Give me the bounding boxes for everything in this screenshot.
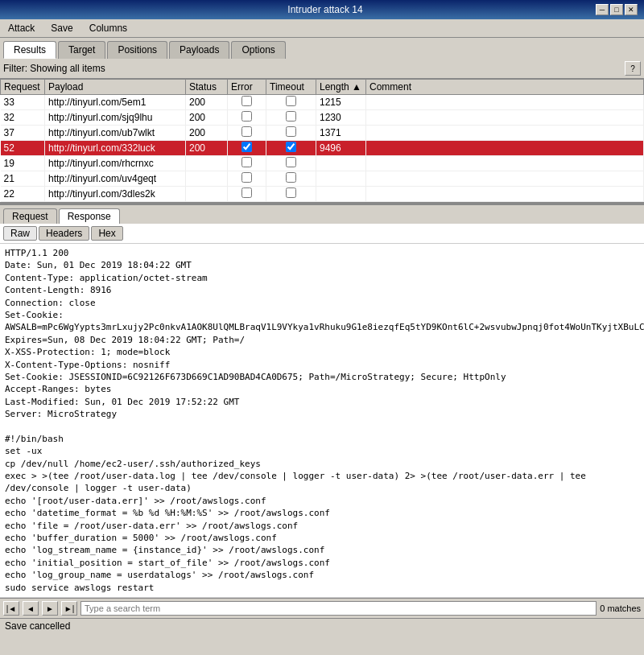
close-button[interactable]: ✕ (625, 4, 638, 15)
title-bar: Intruder attack 14 ─ □ ✕ (0, 0, 644, 19)
response-content: HTTP/1.1 200Date: Sun, 01 Dec 2019 18:04… (0, 244, 644, 598)
response-line: cp /dev/null /home/ec2-user/.ssh/authori… (5, 458, 639, 470)
sub-tab-raw[interactable]: Raw (3, 226, 37, 241)
cell-timeout (266, 110, 316, 126)
req-resp-tab-bar: RequestResponse (0, 204, 644, 224)
table-row[interactable]: 22http://tinyurl.com/3dles2k (1, 187, 644, 202)
results-table: Request Payload Status Error Timeout Len… (0, 79, 644, 204)
table-row[interactable]: 66http://tinyurl.com/wllmqza (1, 202, 644, 204)
cell-payload: http://tinyurl.com/sjq9lhu (45, 110, 186, 126)
cell-status: 200 (186, 95, 228, 110)
table-header-row: Request Payload Status Error Timeout Len… (1, 80, 644, 95)
response-line: Accept-Ranges: bytes (5, 383, 639, 395)
cell-comment (366, 156, 644, 171)
table-body: 33http://tinyurl.com/5em1200121532http:/… (1, 95, 644, 204)
response-line: X-XSS-Protection: 1; mode=block (5, 346, 639, 358)
req-resp-tab-response[interactable]: Response (59, 208, 120, 224)
response-line: echo 'buffer_duration = 5000' >> /root/a… (5, 532, 639, 544)
menu-item-columns[interactable]: Columns (85, 21, 132, 35)
cell-request-id: 33 (1, 95, 45, 110)
table-row[interactable]: 21http://tinyurl.com/uv4geqt (1, 171, 644, 187)
col-header-payload[interactable]: Payload (45, 80, 186, 95)
tab-options[interactable]: Options (231, 41, 285, 59)
menu-item-save[interactable]: Save (46, 21, 77, 35)
table-row[interactable]: 37http://tinyurl.com/ub7wlkt2001371 (1, 126, 644, 141)
search-bar: |◄ ◄ ► ►| 0 matches (0, 598, 644, 618)
minimize-button[interactable]: ─ (596, 4, 609, 15)
cell-timeout (266, 126, 316, 141)
cell-comment (366, 187, 644, 202)
cell-payload: http://tinyurl.com/ub7wlkt (45, 126, 186, 141)
table-row[interactable]: 33http://tinyurl.com/5em12001215 (1, 95, 644, 110)
response-line: echo 'file = /root/user-data.err' >> /ro… (5, 520, 639, 532)
cell-length: 9496 (316, 141, 366, 156)
cell-comment (366, 126, 644, 141)
tab-results[interactable]: Results (3, 41, 56, 59)
response-line: Connection: close (5, 297, 639, 309)
search-next-button[interactable]: ► (42, 601, 58, 616)
col-header-status[interactable]: Status (186, 80, 228, 95)
cell-payload: http://tinyurl.com/3dles2k (45, 187, 186, 202)
cell-request-id: 66 (1, 202, 45, 204)
response-line: Set-Cookie: JSESSIONID=6C92126F673D669C1… (5, 371, 639, 383)
table-row[interactable]: 32http://tinyurl.com/sjq9lhu2001230 (1, 110, 644, 126)
response-line: AWSALB=mPc6WgYypts3mrLxujy2Pc0nkvA1AOK8U… (5, 321, 639, 346)
tab-target[interactable]: Target (58, 41, 105, 59)
search-input[interactable] (80, 601, 597, 616)
cell-status (186, 187, 228, 202)
cell-error (228, 126, 266, 141)
response-line: set -ux (5, 445, 639, 457)
search-last-button[interactable]: ►| (61, 601, 77, 616)
response-line: echo 'datetime_format = %b %d %H:%M:%S' … (5, 507, 639, 519)
cell-payload: http://tinyurl.com/wllmqza (45, 202, 186, 204)
menu-item-attack[interactable]: Attack (3, 21, 39, 35)
cell-length: 1215 (316, 95, 366, 110)
filter-help-button[interactable]: ? (625, 61, 641, 76)
sub-tab-headers[interactable]: Headers (39, 226, 89, 241)
col-header-error[interactable]: Error (228, 80, 266, 95)
sub-tab-hex[interactable]: Hex (91, 226, 122, 241)
cell-error (228, 171, 266, 187)
col-header-length[interactable]: Length ▲ (316, 80, 366, 95)
cell-comment (366, 95, 644, 110)
cell-payload: http://tinyurl.com/5em1 (45, 95, 186, 110)
results-table-container: Request Payload Status Error Timeout Len… (0, 79, 644, 204)
req-resp-tab-request[interactable]: Request (3, 208, 57, 224)
cell-timeout (266, 141, 316, 156)
cell-status: 200 (186, 126, 228, 141)
response-line: Date: Sun, 01 Dec 2019 18:04:22 GMT (5, 259, 639, 271)
tab-payloads[interactable]: Payloads (169, 41, 229, 59)
col-header-request[interactable]: Request (1, 80, 45, 95)
cell-error (228, 202, 266, 204)
search-prev-button[interactable]: ◄ (23, 601, 39, 616)
col-header-timeout[interactable]: Timeout (266, 80, 316, 95)
cell-length: 1371 (316, 126, 366, 141)
cell-status: 200 (186, 110, 228, 126)
table-row[interactable]: 19http://tinyurl.com/rhcrnxc (1, 156, 644, 171)
cell-request-id: 37 (1, 126, 45, 141)
table-row[interactable]: 52http://tinyurl.com/332luck2009496 (1, 141, 644, 156)
cell-timeout (266, 171, 316, 187)
tab-positions[interactable]: Positions (107, 41, 167, 59)
filter-text: Filter: Showing all items (3, 63, 105, 74)
cell-error (228, 187, 266, 202)
cell-comment (366, 110, 644, 126)
response-line: Last-Modified: Sun, 01 Dec 2019 17:52:22… (5, 396, 639, 408)
cell-request-id: 32 (1, 110, 45, 126)
cell-request-id: 52 (1, 141, 45, 156)
response-line: Set-Cookie: (5, 309, 639, 321)
cell-error (228, 95, 266, 110)
search-first-button[interactable]: |◄ (3, 601, 19, 616)
response-line: sudo service awslogs restart (5, 582, 639, 594)
response-line: Content-Length: 8916 (5, 284, 639, 296)
filter-bar: Filter: Showing all items ? (0, 59, 644, 79)
matches-count: 0 matches (600, 604, 641, 613)
response-line: echo 'initial_position = start_of_file' … (5, 557, 639, 569)
cell-length (316, 187, 366, 202)
cell-request-id: 21 (1, 171, 45, 187)
maximize-button[interactable]: □ (610, 4, 623, 15)
response-line: exec > >(tee /root/user-data.log | tee /… (5, 470, 639, 495)
cell-payload: http://tinyurl.com/332luck (45, 141, 186, 156)
col-header-comment[interactable]: Comment (366, 80, 644, 95)
cell-length: 1230 (316, 110, 366, 126)
